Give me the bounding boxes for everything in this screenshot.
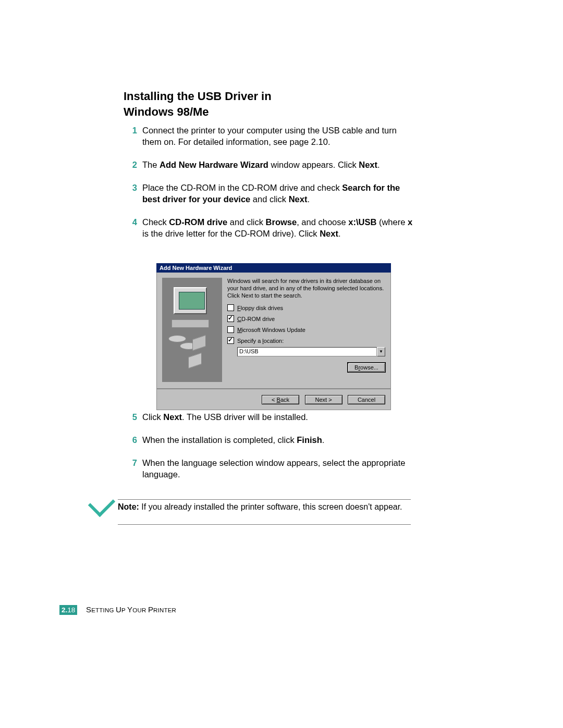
wizard-description: Windows will search for new drivers in i… <box>227 278 385 299</box>
check-label: CD-ROM drive <box>237 316 275 322</box>
check-label: Floppy disk drives <box>237 305 283 311</box>
heading-line2: Windows 98/Me <box>124 105 209 118</box>
section-heading: Installing the USB Driver in Windows 98/… <box>124 89 272 119</box>
dropdown-arrow-icon[interactable]: ▼ <box>377 347 385 356</box>
steps-lower: 5 Click Next. The USB driver will be ins… <box>124 412 415 492</box>
note-rule <box>118 499 411 500</box>
checkbox-windows-update[interactable] <box>227 326 234 333</box>
step-text: Place the CD-ROM in the CD-ROM drive and… <box>142 182 415 205</box>
page-number-badge: 2.18 <box>59 605 77 615</box>
step-number: 7 <box>124 458 137 469</box>
location-input-row: D:\USB ▼ <box>237 347 385 356</box>
steps-upper: 1 Connect the printer to your computer u… <box>124 125 415 251</box>
floppy-icon <box>188 353 202 368</box>
check-cdrom-row[interactable]: CD-ROM drive <box>227 315 385 322</box>
step-number: 5 <box>124 412 137 423</box>
note-checkmark-icon <box>89 490 115 516</box>
step-text: The Add New Hardware Wizard window appea… <box>142 159 415 171</box>
monitor-icon <box>174 287 207 314</box>
step-text: Connect the printer to your computer usi… <box>142 125 415 148</box>
step-4: 4 Check CD-ROM drive and click Browse, a… <box>124 217 415 240</box>
step-5: 5 Click Next. The USB driver will be ins… <box>124 412 415 423</box>
cd-icon <box>168 335 186 342</box>
step-text: When the language selection window appea… <box>142 458 415 480</box>
next-button[interactable]: Next > <box>305 395 342 404</box>
cancel-button[interactable]: Cancel <box>348 395 385 404</box>
step-number: 3 <box>124 182 137 194</box>
wizard-content: Windows will search for new drivers in i… <box>227 278 385 382</box>
step-number: 2 <box>124 159 137 171</box>
wizard-titlebar: Add New Hardware Wizard <box>156 263 391 273</box>
floppy-icon <box>192 335 206 351</box>
checkbox-floppy[interactable] <box>227 304 234 311</box>
step-number: 4 <box>124 217 137 228</box>
step-number: 6 <box>124 435 137 446</box>
location-input[interactable]: D:\USB <box>237 347 377 356</box>
step-1: 1 Connect the printer to your computer u… <box>124 125 415 148</box>
wizard-footer: < Back Next > Cancel <box>156 389 391 410</box>
wizard-illustration <box>162 278 222 382</box>
check-floppy-row[interactable]: Floppy disk drives <box>227 304 385 311</box>
step-text: Check CD-ROM drive and click Browse, and… <box>142 217 415 240</box>
step-text: When the installation is completed, clic… <box>142 435 415 446</box>
chapter-label: SETTING UP YOUR PRINTER <box>86 605 176 614</box>
checkbox-cdrom[interactable] <box>227 315 234 322</box>
check-specify-location-row[interactable]: Specify a location: <box>227 337 385 344</box>
note-rule <box>118 524 411 525</box>
check-windows-update-row[interactable]: Microsoft Windows Update <box>227 326 385 333</box>
computer-base-icon <box>172 319 209 328</box>
step-7: 7 When the language selection window app… <box>124 458 415 480</box>
back-button[interactable]: < Back <box>262 395 299 404</box>
note-text: Note: If you already installed the print… <box>118 502 411 513</box>
checkbox-specify-location[interactable] <box>227 337 234 344</box>
check-label: Microsoft Windows Update <box>237 327 305 333</box>
step-6: 6 When the installation is completed, cl… <box>124 435 415 446</box>
browse-button[interactable]: Browse... <box>348 363 385 372</box>
check-label: Specify a location: <box>237 338 284 344</box>
heading-line1: Installing the USB Driver in <box>124 90 272 103</box>
wizard-body: Windows will search for new drivers in i… <box>156 273 391 389</box>
step-3: 3 Place the CD-ROM in the CD-ROM drive a… <box>124 182 415 205</box>
step-2: 2 The Add New Hardware Wizard window app… <box>124 159 415 171</box>
step-text: Click Next. The USB driver will be insta… <box>142 412 415 423</box>
add-new-hardware-wizard: Add New Hardware Wizard Windows will sea… <box>156 263 391 410</box>
step-number: 1 <box>124 125 137 137</box>
